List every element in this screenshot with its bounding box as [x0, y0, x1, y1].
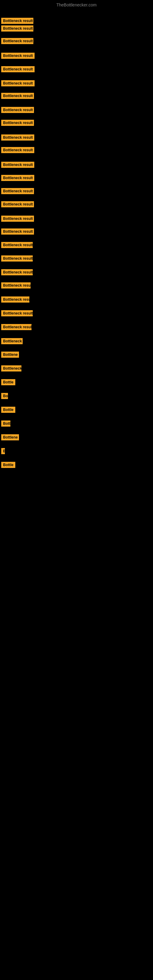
bottleneck-badge: Bottleneck result: [1, 66, 35, 72]
bottleneck-badge: Bottleneck result: [1, 162, 34, 168]
bottleneck-badge: Bottlene: [1, 352, 19, 358]
bottleneck-badge: Bottle: [1, 379, 15, 385]
bottleneck-badge: Bottleneck result: [1, 147, 34, 153]
bottleneck-badge: Bottlene: [1, 434, 19, 441]
bottleneck-badge: Bottleneck result: [1, 216, 34, 222]
bottleneck-badge: Bottleneck result: [1, 52, 35, 59]
bottleneck-badge: Bottleneck result: [1, 255, 33, 261]
bottleneck-badge: Bottleneck result: [1, 134, 34, 140]
bottleneck-badge: B: [1, 448, 5, 454]
bottleneck-badge: Bottle: [1, 462, 15, 468]
bottleneck-badge: Bottleneck result: [1, 175, 34, 181]
bottleneck-badge: Bottleneck result: [1, 229, 34, 235]
bottleneck-badge: Bottleneck result: [1, 120, 34, 126]
bottleneck-badge: Bottleneck result: [1, 282, 30, 288]
bottleneck-badge: Bottleneck result: [1, 242, 33, 248]
bottleneck-badge: Bottleneck result: [1, 310, 33, 317]
bottleneck-badge: Bottleneck r: [1, 338, 22, 344]
bottleneck-badge: Bottleneck result: [1, 25, 33, 32]
site-title: TheBottlenecker.com: [0, 0, 153, 9]
bottleneck-badge: Bottleneck resul: [1, 296, 29, 302]
bottleneck-badge: Bottleneck result: [1, 269, 33, 275]
bottleneck-badge: Bottleneck result: [1, 107, 34, 113]
bottleneck-badge: Bottleneck result: [1, 201, 34, 207]
bottleneck-badge: Bottleneck result: [1, 93, 34, 99]
bottleneck-badge: Bott: [1, 420, 10, 426]
bottleneck-badge: Bottleneck result: [1, 80, 35, 86]
bottleneck-badge: Bo: [1, 393, 8, 399]
bottleneck-badge: Bottleneck result: [1, 188, 34, 194]
bottleneck-badge: Bottle: [1, 407, 15, 413]
bottleneck-badge: Bottleneck result: [1, 38, 33, 44]
bottleneck-badge: Bottleneck result: [1, 18, 33, 24]
bottleneck-badge: Bottleneck: [1, 365, 21, 371]
bottleneck-badge: Bottleneck result: [1, 324, 32, 330]
